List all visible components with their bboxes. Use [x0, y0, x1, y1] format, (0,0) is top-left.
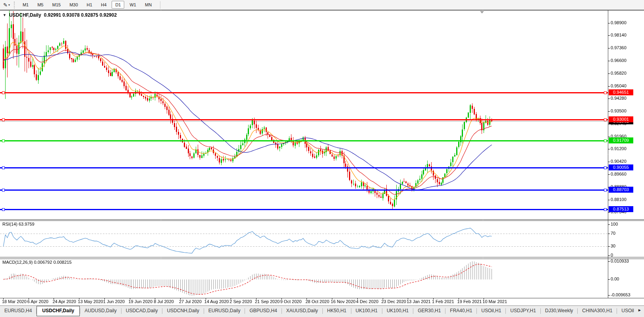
chart-title: ▼ USDCHF,Daily 0.92991 0.93078 0.92875 0… — [3, 12, 117, 18]
chart-tab-usoil-h1[interactable]: USOil,H1 — [477, 306, 505, 315]
chart-tab-xauusd-daily[interactable]: XAUUSD,Daily — [282, 306, 322, 315]
chart-tab-usdcad-daily[interactable]: USDCAD,Daily — [121, 306, 162, 315]
price-axis-tick: 0.98900 — [611, 20, 627, 25]
rsi-axis-tick: 0 — [611, 253, 613, 257]
timeframe-button-d1[interactable]: D1 — [112, 1, 124, 9]
rsi-axis-tick: 70 — [611, 231, 615, 236]
chart-tab-china300-h1[interactable]: CHINA300,H1 — [578, 306, 617, 315]
price-axis-tick: 0.96600 — [611, 58, 627, 63]
macd-axis-tick: -0.009653 — [611, 292, 631, 297]
price-axis-tick: 0.94280 — [611, 96, 627, 101]
macd-label: MACD(12,26,9) 0.006792 0.008215 — [2, 260, 71, 265]
tab-scroll-left-icon[interactable]: ◄ — [630, 308, 634, 312]
date-axis-label: 9 Oct 2020 — [280, 299, 302, 304]
price-axis-tick: 0.95040 — [611, 83, 627, 88]
date-axis-label: 4 Dec 2020 — [356, 299, 378, 304]
toolbar: ✎ ▾ M1M5M15M30H1H4D1W1MN — [0, 0, 644, 10]
date-axis-label: 14 Aug 2020 — [204, 299, 229, 304]
timeframe-buttons: M1M5M15M30H1H4D1W1MN — [18, 1, 156, 9]
date-axis-label: 13 May 2020 — [78, 299, 103, 304]
date-axis-label: 23 Dec 2020 — [382, 299, 406, 304]
date-axis-label: 28 Oct 2020 — [305, 299, 329, 304]
price-axis-tick: 0.90420 — [611, 159, 627, 164]
price-axis-tick: 0.89660 — [611, 172, 627, 176]
date-axis-label: 2 Sep 2020 — [229, 299, 252, 304]
date-axis-label: 6 Apr 2020 — [27, 299, 48, 304]
date-axis-label: 10 Mar 2021 — [482, 299, 507, 304]
rsi-label: RSI(14) 63.9759 — [2, 222, 35, 226]
chart-tab-usdcnh-daily[interactable]: USDCNH,Daily — [162, 306, 203, 315]
chart-tab-hk50-h1[interactable]: HK50,H1 — [323, 306, 351, 315]
price-axis-tick: 0.95820 — [611, 71, 627, 75]
chart-tab-audusd-daily[interactable]: AUDUSD,Daily — [80, 306, 121, 315]
date-axis-label: 1 Jun 2020 — [103, 299, 125, 304]
date-axis-label: 13 Jan 2021 — [407, 299, 431, 304]
price-axis-tick: 0.88100 — [611, 197, 627, 202]
date-axis-label: 24 Apr 2020 — [52, 299, 76, 304]
date-axis-label: 16 Nov 2020 — [331, 299, 355, 304]
chart-symbol: USDCHF,Daily — [9, 12, 41, 18]
timeframe-button-h4[interactable]: H4 — [97, 1, 110, 9]
price-axis-tick: 0.97360 — [611, 45, 627, 50]
hline-price-label: 0.93001 — [609, 116, 633, 122]
price-axis-tick: 0.91200 — [611, 146, 627, 151]
timeframe-button-m1[interactable]: M1 — [19, 1, 32, 9]
chart-tab-gbpusd-h4[interactable]: GBPUSD,H4 — [245, 306, 281, 315]
timeframe-button-mn[interactable]: MN — [141, 1, 155, 9]
date-axis-label: 19 Jun 2020 — [129, 299, 153, 304]
date-axis-label: 19 Feb 2021 — [457, 299, 482, 304]
chart-tab-usdjpy-h1[interactable]: USDJPY,H1 — [506, 306, 540, 315]
chart-tab-eurusd-daily[interactable]: EURUSD,Daily — [204, 306, 245, 315]
chart-tab-dj30-weekly[interactable]: DJ30,Weekly — [541, 306, 577, 315]
date-axis-label: 21 Sep 2020 — [255, 299, 280, 304]
rsi-axis-tick: 100 — [611, 222, 618, 226]
hline-price-label: 0.90055 — [609, 164, 633, 170]
timeframe-button-m5[interactable]: M5 — [34, 1, 47, 9]
terminal-window: ✎ ▾ M1M5M15M30H1H4D1W1MN ▼ USDCHF,Daily … — [0, 0, 644, 317]
macd-axis-tick: 0.00 — [611, 276, 619, 281]
hline-price-label: 0.87513 — [609, 206, 633, 212]
hline-price-label: 0.91709 — [609, 137, 633, 143]
chart-tab-usoil[interactable]: USOil — [617, 306, 638, 315]
hline-price-label: 0.88703 — [609, 187, 633, 193]
pen-icon: ✎ — [3, 2, 8, 8]
chart-tab-uk100-h1[interactable]: UK100,H1 — [382, 306, 413, 315]
date-axis-label: 18 Mar 2020 — [2, 299, 27, 304]
chart-tab-eurusd-h4[interactable]: EURUSD,H4 — [0, 306, 36, 315]
rsi-axis-tick: 30 — [611, 244, 615, 248]
chart-tab-uk100-h1[interactable]: UK100,H1 — [351, 306, 382, 315]
date-axis-label: 8 Jul 2020 — [154, 299, 174, 304]
chart-tab-ger30-h1[interactable]: GER30,H1 — [413, 306, 445, 315]
timeframe-button-w1[interactable]: W1 — [126, 1, 140, 9]
tab-scroll-right-icon[interactable]: ► — [638, 308, 642, 312]
chevron-down-icon: ▾ — [8, 3, 10, 7]
chart-ohlc-values: 0.92991 0.93078 0.92875 0.92902 — [44, 12, 117, 18]
timeframe-button-h1[interactable]: H1 — [83, 1, 96, 9]
price-chart-canvas[interactable] — [0, 10, 644, 306]
timeframe-button-m30[interactable]: M30 — [66, 1, 81, 9]
chart-tab-fra40-h1[interactable]: FRA40,H1 — [445, 306, 476, 315]
price-axis-tick: 0.93500 — [611, 108, 627, 113]
timeframe-button-m15[interactable]: M15 — [48, 1, 64, 9]
date-axis-label: 27 Jul 2020 — [179, 299, 202, 304]
toolbar-grip — [14, 2, 15, 8]
toolbar-separator — [160, 1, 160, 9]
chart-tab-bar: EURUSD,H4USDCHF,DailyAUDUSD,DailyUSDCAD,… — [0, 305, 644, 317]
hline-price-label: 0.94651 — [609, 89, 633, 95]
chart-tool-button[interactable]: ✎ ▾ — [1, 1, 12, 9]
date-axis-label: 1 Feb 2021 — [432, 299, 454, 304]
chart-dropdown-icon[interactable]: ▼ — [3, 13, 6, 17]
macd-axis-tick: 0.010933 — [611, 259, 629, 263]
price-axis-tick: 0.98140 — [611, 33, 627, 37]
chart-tab-usdchf-daily[interactable]: USDCHF,Daily — [37, 306, 80, 316]
